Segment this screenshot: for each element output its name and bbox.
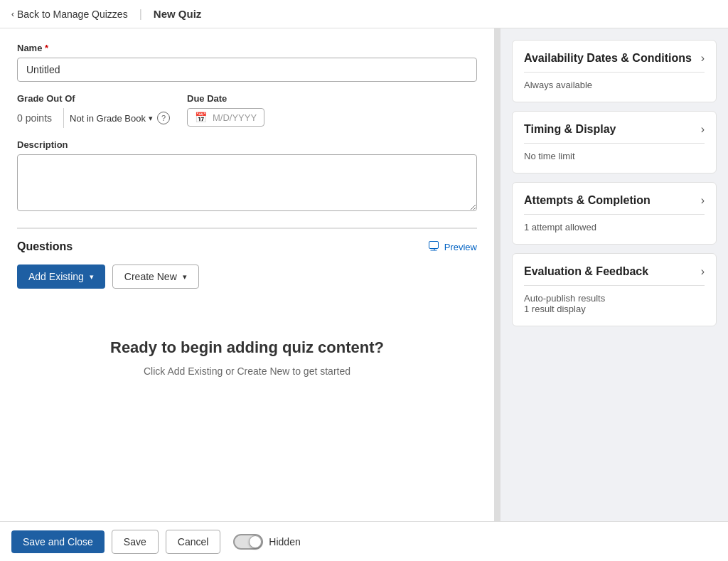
back-chevron-icon: ‹: [11, 9, 14, 19]
grade-label: Grade Out Of: [17, 93, 170, 104]
create-new-chevron-icon: ▾: [183, 272, 187, 282]
main-area: Name * Grade Out Of 0 points Not in Grad…: [0, 28, 728, 521]
evaluation-detail1: Auto-publish results: [524, 293, 705, 304]
top-nav: ‹ Back to Manage Quizzes | New Quiz: [0, 0, 728, 28]
due-section: Due Date 📅 M/D/YYYY: [187, 93, 264, 127]
add-existing-chevron-icon: ▾: [90, 272, 94, 282]
empty-state-title: Ready to begin adding quiz content?: [31, 338, 463, 357]
timing-chevron-icon: ›: [701, 123, 705, 136]
name-form-group: Name *: [17, 43, 477, 82]
questions-title: Questions: [17, 240, 73, 253]
questions-header: Questions Preview: [17, 240, 477, 253]
hidden-label: Hidden: [269, 536, 300, 547]
grade-book-chevron-icon: ▾: [149, 114, 153, 123]
create-new-label: Create New: [124, 271, 177, 282]
availability-chevron-icon: ›: [701, 52, 705, 65]
evaluation-chevron-icon: ›: [701, 265, 705, 278]
add-existing-label: Add Existing: [28, 271, 84, 282]
timing-card: Timing & Display › No time limit: [512, 111, 717, 173]
grade-book-label: Not in Grade Book: [70, 113, 146, 124]
grade-section: Grade Out Of 0 points Not in Grade Book …: [17, 93, 170, 128]
date-placeholder: M/D/YYYY: [213, 112, 257, 123]
create-new-button[interactable]: Create New ▾: [112, 265, 199, 289]
evaluation-title: Evaluation & Feedback: [524, 265, 648, 278]
attempts-card: Attempts & Completion › 1 attempt allowe…: [512, 182, 717, 245]
availability-card: Availability Dates & Conditions › Always…: [512, 40, 717, 102]
empty-state-desc: Click Add Existing or Create New to get …: [31, 365, 463, 377]
attempts-detail: 1 attempt allowed: [524, 222, 705, 233]
save-close-button[interactable]: Save and Close: [11, 530, 105, 553]
availability-detail: Always available: [524, 80, 705, 90]
description-textarea[interactable]: [17, 154, 477, 211]
required-star: *: [42, 43, 48, 53]
back-link-label: Back to Manage Quizzes: [17, 9, 128, 20]
grade-book-select[interactable]: Not in Grade Book ▾: [70, 113, 153, 124]
help-icon[interactable]: ?: [157, 112, 170, 124]
resize-handle[interactable]: [495, 28, 500, 521]
hidden-toggle[interactable]: [233, 534, 263, 550]
preview-link[interactable]: Preview: [429, 241, 477, 253]
question-buttons: Add Existing ▾ Create New ▾: [17, 265, 477, 289]
grade-divider: [63, 108, 64, 128]
name-input[interactable]: [17, 58, 477, 82]
timing-card-header[interactable]: Timing & Display ›: [524, 123, 705, 136]
attempts-divider: [524, 214, 705, 215]
cancel-button[interactable]: Cancel: [166, 530, 221, 554]
grade-controls: 0 points Not in Grade Book ▾ ?: [17, 108, 170, 128]
attempts-card-header[interactable]: Attempts & Completion ›: [524, 194, 705, 207]
calendar-icon: 📅: [195, 112, 207, 123]
evaluation-card: Evaluation & Feedback › Auto-publish res…: [512, 253, 717, 326]
evaluation-card-header[interactable]: Evaluation & Feedback ›: [524, 265, 705, 278]
preview-icon: [429, 241, 440, 253]
toggle-thumb: [249, 535, 262, 548]
name-label: Name *: [17, 43, 477, 53]
hidden-toggle-wrapper: Hidden: [233, 534, 300, 550]
description-label: Description: [17, 139, 477, 150]
timing-divider: [524, 143, 705, 144]
back-link[interactable]: ‹ Back to Manage Quizzes: [11, 9, 128, 20]
date-input-wrapper[interactable]: 📅 M/D/YYYY: [187, 108, 264, 127]
svg-rect-0: [429, 241, 438, 248]
attempts-title: Attempts & Completion: [524, 194, 651, 207]
left-panel: Name * Grade Out Of 0 points Not in Grad…: [0, 28, 495, 521]
availability-title: Availability Dates & Conditions: [524, 52, 692, 65]
empty-state: Ready to begin adding quiz content? Clic…: [17, 310, 477, 405]
save-button[interactable]: Save: [112, 530, 159, 554]
page-title: New Quiz: [154, 8, 202, 20]
availability-divider: [524, 72, 705, 73]
due-date-label: Due Date: [187, 93, 264, 104]
bottom-toolbar: Save and Close Save Cancel Hidden: [0, 521, 728, 561]
preview-label: Preview: [444, 242, 477, 252]
evaluation-divider: [524, 285, 705, 286]
nav-divider: |: [139, 8, 142, 21]
timing-detail: No time limit: [524, 151, 705, 161]
right-panel: Availability Dates & Conditions › Always…: [500, 28, 728, 521]
timing-title: Timing & Display: [524, 123, 616, 136]
questions-section: Questions Preview Add Existing ▾: [17, 228, 477, 405]
description-form-group: Description: [17, 139, 477, 213]
availability-card-header[interactable]: Availability Dates & Conditions ›: [524, 52, 705, 65]
add-existing-button[interactable]: Add Existing ▾: [17, 265, 105, 289]
attempts-chevron-icon: ›: [701, 194, 705, 207]
grade-due-row: Grade Out Of 0 points Not in Grade Book …: [17, 93, 477, 128]
evaluation-detail2: 1 result display: [524, 304, 705, 314]
points-display: 0 points: [17, 112, 52, 124]
